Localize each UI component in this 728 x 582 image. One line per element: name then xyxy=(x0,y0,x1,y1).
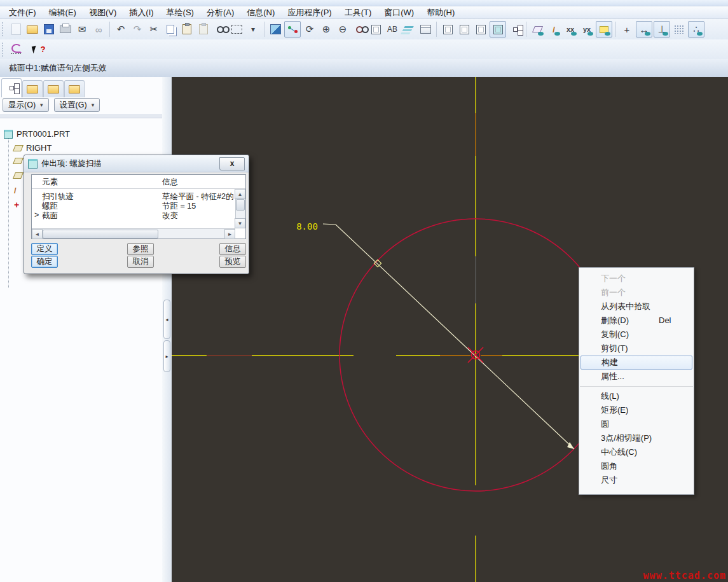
redo-icon[interactable]: ↷ xyxy=(130,22,145,37)
view-orient-icon[interactable] xyxy=(368,22,383,37)
menu-sketch[interactable]: 草绘(S) xyxy=(160,6,200,19)
current-row-marker: > xyxy=(34,211,39,219)
menu-window[interactable]: 窗口(W) xyxy=(378,6,420,19)
highlight-links-icon[interactable] xyxy=(284,21,301,38)
menu-item-circle[interactable]: 圆 xyxy=(579,417,694,431)
preview-button[interactable]: 预览 xyxy=(219,256,246,268)
refit-icon[interactable] xyxy=(352,22,367,37)
collapse-right-handle[interactable]: ▸ xyxy=(163,340,170,372)
define-button[interactable]: 定义 xyxy=(31,243,58,255)
coordinate-systems-toggle-icon[interactable]: yx xyxy=(579,22,594,37)
menu-insert[interactable]: 插入(I) xyxy=(123,6,160,19)
refs-button[interactable]: 参照 xyxy=(127,243,154,255)
menu-item-3point-tangent[interactable]: 3点/相切端(P) xyxy=(579,431,694,445)
constraint-display-icon[interactable]: ⊥ xyxy=(654,21,670,38)
collapse-left-handle[interactable]: ◂ xyxy=(163,300,170,339)
show-dropdown[interactable]: 显示(O) ▾ xyxy=(3,98,49,112)
datum-planes-toggle-icon[interactable] xyxy=(530,22,545,37)
info-button[interactable]: 信息 xyxy=(219,243,246,255)
menu-info[interactable]: 信息(N) xyxy=(240,6,281,19)
context-help-icon[interactable]: ? xyxy=(31,42,46,57)
menu-item-rectangle[interactable]: 矩形(E) xyxy=(579,403,694,417)
menu-item-properties[interactable]: 属性... xyxy=(579,370,694,384)
paste-special-icon[interactable] xyxy=(196,22,211,37)
watermark: www.ttcad.com xyxy=(643,570,726,581)
cancel-button[interactable]: 取消 xyxy=(127,256,154,268)
tab-connections[interactable] xyxy=(64,80,85,97)
menu-file[interactable]: 文件(F) xyxy=(3,6,43,19)
menu-item-copy[interactable]: 复制(C) xyxy=(579,328,694,342)
table-row-cell[interactable]: 改变 xyxy=(162,211,178,221)
menu-item-centerline[interactable]: 中心线(C) xyxy=(579,445,694,459)
tab-folder-browser[interactable] xyxy=(22,80,43,97)
dialog-titlebar[interactable]: 伸出项: 螺旋扫描 x xyxy=(24,155,249,172)
panel-splitter[interactable]: ◂ ▸ xyxy=(162,77,172,582)
tree-item-partial[interactable] xyxy=(14,158,22,164)
grid-display-icon[interactable] xyxy=(671,22,687,37)
menu-item-label: 删除(D) xyxy=(601,315,629,325)
close-icon[interactable]: x xyxy=(219,157,245,170)
spin-center-icon[interactable]: + xyxy=(619,22,635,37)
tree-item-partial[interactable] xyxy=(14,172,22,179)
zoom-in-icon[interactable]: ⊕ xyxy=(319,22,334,37)
repaint-icon[interactable] xyxy=(268,22,283,37)
wireframe-icon[interactable] xyxy=(440,22,455,37)
dimension-value[interactable]: 8.00 xyxy=(296,221,318,232)
select-box-icon[interactable] xyxy=(229,22,244,37)
link-icon[interactable]: ∞ xyxy=(91,22,106,37)
find-icon[interactable] xyxy=(212,22,228,37)
tree-root-label: PRT0001.PRT xyxy=(17,129,70,139)
notes-toggle-icon[interactable] xyxy=(596,21,612,38)
menu-item-line[interactable]: 线(L) xyxy=(579,389,694,403)
menu-edit[interactable]: 编辑(E) xyxy=(43,6,83,19)
cut-icon[interactable]: ✂ xyxy=(146,22,161,37)
dimension-display-icon[interactable]: ↔ xyxy=(636,21,652,38)
message-text: 截面中1:赋值语句左侧无效 xyxy=(9,62,107,74)
menu-view[interactable]: 视图(V) xyxy=(83,6,123,19)
undo-icon[interactable]: ↶ xyxy=(113,22,128,37)
no-hidden-icon[interactable] xyxy=(473,22,488,37)
vertex-display-icon[interactable]: ∴ xyxy=(688,21,704,38)
point-symbols-toggle-icon[interactable]: xx xyxy=(563,22,578,37)
zoom-out-icon[interactable]: ⊖ xyxy=(335,22,350,37)
new-file-icon[interactable] xyxy=(8,22,24,37)
copy-icon[interactable] xyxy=(163,22,178,37)
paste-icon[interactable] xyxy=(179,22,195,37)
datum-axes-toggle-icon[interactable]: / xyxy=(546,22,561,37)
annotate-ab-icon[interactable]: AB xyxy=(385,22,400,37)
menu-item-delete[interactable]: 删除(D) Del xyxy=(579,314,694,328)
shading-icon[interactable] xyxy=(490,21,506,38)
tree-item-partial[interactable]: / xyxy=(14,186,17,195)
tree-table-icon[interactable] xyxy=(418,22,433,37)
model-tree-icon[interactable] xyxy=(507,22,523,37)
send-mail-icon[interactable]: ✉ xyxy=(74,22,90,37)
tree-root-item[interactable]: PRT0001.PRT xyxy=(4,129,70,139)
menu-tools[interactable]: 工具(T) xyxy=(338,6,378,19)
horizontal-scrollbar[interactable]: ◄ ► xyxy=(32,228,235,239)
menu-item-pick-from-list[interactable]: 从列表中拾取 xyxy=(579,300,694,314)
menu-item-dimension[interactable]: 尺寸 xyxy=(579,473,694,487)
tree-item-partial[interactable]: + xyxy=(14,200,19,210)
menu-item-fillet[interactable]: 圆角 xyxy=(579,459,694,473)
select-box-caret[interactable]: ▾ xyxy=(245,22,261,37)
sketcher-tools-icon[interactable] xyxy=(8,42,24,57)
menu-item-construct[interactable]: 构建 xyxy=(580,356,692,370)
refresh-icon[interactable]: ⟳ xyxy=(302,22,317,37)
settings-dropdown[interactable]: 设置(G) ▾ xyxy=(54,98,100,112)
hidden-line-icon[interactable] xyxy=(457,22,472,37)
tab-model-tree[interactable] xyxy=(1,78,22,97)
vertical-scrollbar[interactable]: ▲ ▼ xyxy=(235,189,245,228)
layers-icon[interactable] xyxy=(401,22,416,37)
menu-help[interactable]: 帮助(H) xyxy=(420,6,461,19)
diameter-dimension-line[interactable] xyxy=(323,224,574,449)
table-row-cell[interactable]: 截面 xyxy=(42,211,58,221)
menu-applications[interactable]: 应用程序(P) xyxy=(281,6,338,19)
ok-button[interactable]: 确定 xyxy=(31,256,58,268)
print-icon[interactable] xyxy=(58,22,73,37)
open-file-icon[interactable] xyxy=(25,22,40,37)
tree-item-right-plane[interactable]: RIGHT xyxy=(14,143,52,153)
save-icon[interactable] xyxy=(41,22,57,37)
menu-analysis[interactable]: 分析(A) xyxy=(200,6,240,19)
tab-favorites[interactable] xyxy=(43,80,64,97)
menu-item-cut[interactable]: 剪切(T) xyxy=(579,342,694,356)
